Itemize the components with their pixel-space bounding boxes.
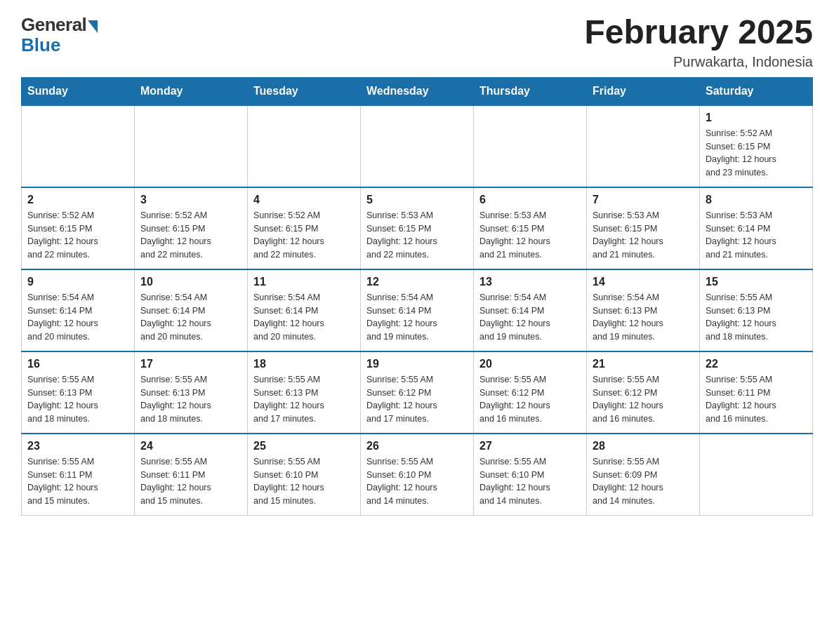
day-info: Sunrise: 5:54 AM Sunset: 6:14 PM Dayligh… bbox=[253, 291, 355, 344]
calendar-cell: 27Sunrise: 5:55 AM Sunset: 6:10 PM Dayli… bbox=[474, 434, 587, 516]
day-info: Sunrise: 5:52 AM Sunset: 6:15 PM Dayligh… bbox=[253, 209, 355, 262]
day-info: Sunrise: 5:55 AM Sunset: 6:12 PM Dayligh… bbox=[593, 373, 694, 426]
calendar-header-row: SundayMondayTuesdayWednesdayThursdayFrid… bbox=[22, 77, 813, 105]
day-info: Sunrise: 5:54 AM Sunset: 6:14 PM Dayligh… bbox=[366, 291, 468, 344]
day-number: 11 bbox=[253, 276, 355, 288]
week-row-3: 9Sunrise: 5:54 AM Sunset: 6:14 PM Daylig… bbox=[22, 269, 813, 351]
day-info: Sunrise: 5:54 AM Sunset: 6:13 PM Dayligh… bbox=[593, 291, 694, 344]
calendar-cell: 11Sunrise: 5:54 AM Sunset: 6:14 PM Dayli… bbox=[248, 269, 361, 351]
week-row-1: 1Sunrise: 5:52 AM Sunset: 6:15 PM Daylig… bbox=[22, 105, 813, 187]
calendar-cell: 23Sunrise: 5:55 AM Sunset: 6:11 PM Dayli… bbox=[22, 434, 135, 516]
day-number: 19 bbox=[366, 358, 468, 370]
day-number: 7 bbox=[593, 194, 694, 206]
day-info: Sunrise: 5:55 AM Sunset: 6:13 PM Dayligh… bbox=[140, 373, 241, 426]
calendar-cell: 25Sunrise: 5:55 AM Sunset: 6:10 PM Dayli… bbox=[248, 434, 361, 516]
day-info: Sunrise: 5:52 AM Sunset: 6:15 PM Dayligh… bbox=[140, 209, 241, 262]
calendar-cell: 26Sunrise: 5:55 AM Sunset: 6:10 PM Dayli… bbox=[361, 434, 474, 516]
calendar-cell: 9Sunrise: 5:54 AM Sunset: 6:14 PM Daylig… bbox=[22, 269, 135, 351]
day-info: Sunrise: 5:54 AM Sunset: 6:14 PM Dayligh… bbox=[27, 291, 128, 344]
day-info: Sunrise: 5:55 AM Sunset: 6:11 PM Dayligh… bbox=[140, 455, 241, 508]
column-header-sunday: Sunday bbox=[22, 77, 135, 105]
calendar-cell: 3Sunrise: 5:52 AM Sunset: 6:15 PM Daylig… bbox=[135, 187, 248, 269]
column-header-monday: Monday bbox=[135, 77, 248, 105]
day-number: 9 bbox=[27, 276, 128, 288]
day-number: 22 bbox=[706, 358, 807, 370]
day-info: Sunrise: 5:53 AM Sunset: 6:15 PM Dayligh… bbox=[479, 209, 581, 262]
day-info: Sunrise: 5:55 AM Sunset: 6:12 PM Dayligh… bbox=[366, 373, 468, 426]
calendar-cell: 18Sunrise: 5:55 AM Sunset: 6:13 PM Dayli… bbox=[248, 351, 361, 434]
day-number: 28 bbox=[593, 440, 694, 452]
calendar-cell: 8Sunrise: 5:53 AM Sunset: 6:14 PM Daylig… bbox=[700, 187, 813, 269]
calendar-cell: 20Sunrise: 5:55 AM Sunset: 6:12 PM Dayli… bbox=[474, 351, 587, 434]
day-info: Sunrise: 5:55 AM Sunset: 6:10 PM Dayligh… bbox=[366, 455, 468, 508]
day-number: 24 bbox=[140, 440, 241, 452]
calendar-cell bbox=[474, 105, 587, 187]
day-number: 16 bbox=[27, 358, 128, 370]
calendar-cell: 28Sunrise: 5:55 AM Sunset: 6:09 PM Dayli… bbox=[587, 434, 700, 516]
day-number: 15 bbox=[706, 276, 807, 288]
day-number: 20 bbox=[479, 358, 581, 370]
day-number: 1 bbox=[706, 112, 807, 124]
calendar-cell: 2Sunrise: 5:52 AM Sunset: 6:15 PM Daylig… bbox=[22, 187, 135, 269]
day-number: 12 bbox=[366, 276, 468, 288]
column-header-friday: Friday bbox=[587, 77, 700, 105]
calendar-cell: 13Sunrise: 5:54 AM Sunset: 6:14 PM Dayli… bbox=[474, 269, 587, 351]
week-row-2: 2Sunrise: 5:52 AM Sunset: 6:15 PM Daylig… bbox=[22, 187, 813, 269]
calendar-cell: 5Sunrise: 5:53 AM Sunset: 6:15 PM Daylig… bbox=[361, 187, 474, 269]
calendar-cell: 6Sunrise: 5:53 AM Sunset: 6:15 PM Daylig… bbox=[474, 187, 587, 269]
day-info: Sunrise: 5:55 AM Sunset: 6:12 PM Dayligh… bbox=[479, 373, 581, 426]
day-number: 25 bbox=[253, 440, 355, 452]
day-info: Sunrise: 5:55 AM Sunset: 6:09 PM Dayligh… bbox=[593, 455, 694, 508]
calendar-cell: 1Sunrise: 5:52 AM Sunset: 6:15 PM Daylig… bbox=[700, 105, 813, 187]
calendar-cell: 15Sunrise: 5:55 AM Sunset: 6:13 PM Dayli… bbox=[700, 269, 813, 351]
day-number: 10 bbox=[140, 276, 241, 288]
calendar-cell bbox=[587, 105, 700, 187]
calendar-cell bbox=[700, 434, 813, 516]
page-header: General Blue February 2025 Purwakarta, I… bbox=[21, 14, 813, 70]
calendar-cell bbox=[248, 105, 361, 187]
day-number: 3 bbox=[140, 194, 241, 206]
week-row-4: 16Sunrise: 5:55 AM Sunset: 6:13 PM Dayli… bbox=[22, 351, 813, 434]
calendar-cell: 17Sunrise: 5:55 AM Sunset: 6:13 PM Dayli… bbox=[135, 351, 248, 434]
logo: General Blue bbox=[21, 14, 98, 56]
logo-general-text: General bbox=[21, 14, 86, 36]
day-info: Sunrise: 5:55 AM Sunset: 6:13 PM Dayligh… bbox=[706, 291, 807, 344]
calendar-cell: 19Sunrise: 5:55 AM Sunset: 6:12 PM Dayli… bbox=[361, 351, 474, 434]
day-number: 5 bbox=[366, 194, 468, 206]
day-number: 14 bbox=[593, 276, 694, 288]
column-header-thursday: Thursday bbox=[474, 77, 587, 105]
day-info: Sunrise: 5:55 AM Sunset: 6:10 PM Dayligh… bbox=[253, 455, 355, 508]
day-number: 21 bbox=[593, 358, 694, 370]
location-label: Purwakarta, Indonesia bbox=[584, 54, 813, 70]
calendar-cell: 14Sunrise: 5:54 AM Sunset: 6:13 PM Dayli… bbox=[587, 269, 700, 351]
calendar-cell: 12Sunrise: 5:54 AM Sunset: 6:14 PM Dayli… bbox=[361, 269, 474, 351]
logo-blue-text: Blue bbox=[21, 34, 60, 56]
day-number: 6 bbox=[479, 194, 581, 206]
day-info: Sunrise: 5:54 AM Sunset: 6:14 PM Dayligh… bbox=[479, 291, 581, 344]
calendar-cell: 4Sunrise: 5:52 AM Sunset: 6:15 PM Daylig… bbox=[248, 187, 361, 269]
calendar-cell bbox=[135, 105, 248, 187]
calendar-cell: 7Sunrise: 5:53 AM Sunset: 6:15 PM Daylig… bbox=[587, 187, 700, 269]
day-info: Sunrise: 5:53 AM Sunset: 6:14 PM Dayligh… bbox=[706, 209, 807, 262]
day-info: Sunrise: 5:55 AM Sunset: 6:13 PM Dayligh… bbox=[253, 373, 355, 426]
day-info: Sunrise: 5:53 AM Sunset: 6:15 PM Dayligh… bbox=[366, 209, 468, 262]
calendar-cell bbox=[361, 105, 474, 187]
day-number: 2 bbox=[27, 194, 128, 206]
day-number: 23 bbox=[27, 440, 128, 452]
day-number: 27 bbox=[479, 440, 581, 452]
calendar-cell: 16Sunrise: 5:55 AM Sunset: 6:13 PM Dayli… bbox=[22, 351, 135, 434]
day-info: Sunrise: 5:55 AM Sunset: 6:11 PM Dayligh… bbox=[27, 455, 128, 508]
day-info: Sunrise: 5:52 AM Sunset: 6:15 PM Dayligh… bbox=[706, 127, 807, 180]
calendar-cell: 10Sunrise: 5:54 AM Sunset: 6:14 PM Dayli… bbox=[135, 269, 248, 351]
day-number: 17 bbox=[140, 358, 241, 370]
day-number: 4 bbox=[253, 194, 355, 206]
day-number: 26 bbox=[366, 440, 468, 452]
column-header-wednesday: Wednesday bbox=[361, 77, 474, 105]
calendar-cell: 22Sunrise: 5:55 AM Sunset: 6:11 PM Dayli… bbox=[700, 351, 813, 434]
day-info: Sunrise: 5:54 AM Sunset: 6:14 PM Dayligh… bbox=[140, 291, 241, 344]
month-title: February 2025 bbox=[584, 14, 813, 51]
calendar-cell: 24Sunrise: 5:55 AM Sunset: 6:11 PM Dayli… bbox=[135, 434, 248, 516]
day-info: Sunrise: 5:55 AM Sunset: 6:11 PM Dayligh… bbox=[706, 373, 807, 426]
calendar-cell: 21Sunrise: 5:55 AM Sunset: 6:12 PM Dayli… bbox=[587, 351, 700, 434]
day-number: 8 bbox=[706, 194, 807, 206]
